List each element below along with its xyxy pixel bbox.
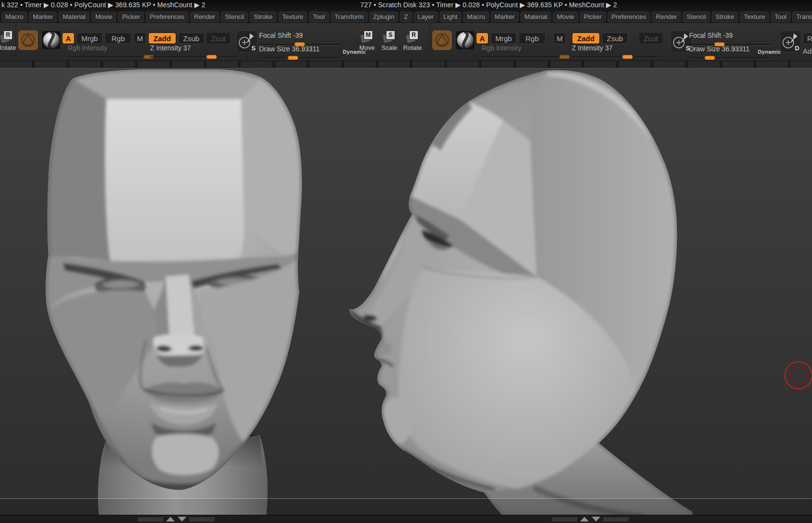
scroll-up-arrow-icon[interactable]: [580, 517, 589, 522]
menu-item-transform-2[interactable]: Transform: [792, 12, 812, 22]
rgb-intensity-track-2[interactable]: [482, 57, 561, 58]
head-sculpt-profile-view[interactable]: [334, 68, 692, 515]
scale-button[interactable]: S Scale: [379, 31, 400, 51]
scroll-track-left[interactable]: [552, 517, 577, 522]
rgb-intensity-slider-label-2: Rgb Intensity: [482, 44, 521, 52]
dynamic-mode-label-2[interactable]: Dynamic: [758, 49, 781, 55]
tray-divider-strip[interactable]: [0, 61, 812, 68]
current-material-button-2[interactable]: [456, 31, 475, 50]
menu-item-stroke-2[interactable]: Stroke: [712, 12, 738, 22]
menu-item-stencil-2[interactable]: Stencil: [683, 12, 710, 22]
clipped-button-re[interactable]: Re: [803, 32, 812, 44]
menu-item-render[interactable]: Render: [190, 12, 219, 22]
rgb-button[interactable]: Rgb: [105, 32, 132, 44]
scroll-track-right[interactable]: [603, 517, 628, 522]
mrgb-button-2[interactable]: Mrgb: [490, 32, 517, 44]
menu-item-texture-2[interactable]: Texture: [740, 12, 769, 22]
menu-item-preferences-2[interactable]: Preferences: [608, 12, 650, 22]
focal-shift-slider-label-2: Focal Shift -39: [689, 31, 733, 39]
z-intensity-handle[interactable]: [206, 55, 217, 59]
top-shelf: R Rotate: [0, 23, 812, 61]
menu-item-stencil[interactable]: Stencil: [221, 12, 248, 22]
rgb-intensity-slider-label: Rgb Intensity: [68, 44, 107, 52]
menu-item-movie[interactable]: Movie: [92, 12, 117, 22]
menu-item-transform[interactable]: Transform: [331, 12, 368, 22]
menu-item-macro-2[interactable]: Macro: [463, 12, 489, 22]
draw-size-slider-label-2: Draw Size 36.93311: [689, 45, 750, 53]
menu-item-texture[interactable]: Texture: [278, 12, 307, 22]
scroll-track-left[interactable]: [138, 517, 163, 522]
menu-item-light[interactable]: Light: [440, 12, 461, 22]
move-button[interactable]: M Move: [356, 31, 378, 51]
focal-shift-slider-label: Focal Shift -39: [259, 31, 303, 39]
sculpt-canvas[interactable]: [0, 68, 812, 515]
zsub-button[interactable]: Zsub: [178, 32, 204, 44]
menu-item-stroke[interactable]: Stroke: [250, 12, 276, 22]
z-intensity-track[interactable]: [150, 57, 236, 58]
menu-item-material-2[interactable]: Material: [521, 12, 551, 22]
rgb-button-2[interactable]: Rgb: [519, 32, 546, 44]
draw-size-slider-label: Draw Size 36.93311: [259, 45, 320, 53]
menu-item-movie-2[interactable]: Movie: [553, 12, 578, 22]
menu-item-macro[interactable]: Macro: [1, 12, 27, 22]
z-intensity-track-2[interactable]: [572, 57, 658, 58]
rotate-icon: R: [0, 31, 13, 43]
status-left: k 322 • Timer ▶ 0.028 • PolyCount ▶ 369.…: [1, 1, 205, 9]
menu-item-marker[interactable]: Marker: [29, 12, 57, 22]
status-mid: 727 • Scratch Disk 323 • Timer ▶ 0.028 •…: [360, 1, 617, 9]
z-intensity-slider-label: Z Intensity 37: [150, 44, 191, 52]
d-badge: D: [795, 45, 799, 52]
clay-brush-icon: [19, 31, 37, 49]
head-sculpt-front-view[interactable]: [24, 68, 315, 515]
stroke-selector-button-3[interactable]: D: [780, 31, 801, 53]
draw-size-track[interactable]: [259, 58, 340, 59]
scroll-down-arrow-icon[interactable]: [592, 517, 600, 522]
zbrush-app: k 322 • Timer ▶ 0.028 • PolyCount ▶ 369.…: [0, 0, 812, 523]
zadd-button-2[interactable]: Zadd: [572, 32, 600, 44]
material-sphere-icon: [456, 31, 475, 49]
rotate-button[interactable]: R Rotate: [402, 31, 423, 51]
m-button-2[interactable]: M: [553, 32, 566, 44]
rotate-button-partial[interactable]: R Rotate: [0, 31, 17, 51]
stroke-selector-button[interactable]: S: [236, 31, 258, 53]
rgb-intensity-handle-2[interactable]: [559, 55, 570, 59]
z-intensity-slider-label-2: Z Intensity 37: [572, 44, 613, 52]
mrgb-button[interactable]: Mrgb: [77, 32, 103, 44]
draw-size-handle-2[interactable]: [705, 56, 715, 60]
menu-item-tool[interactable]: Tool: [309, 12, 328, 22]
z-intensity-handle-2[interactable]: [622, 55, 633, 59]
scroll-down-arrow-icon[interactable]: [178, 517, 186, 522]
menu-item-zplugin[interactable]: Zplugin: [369, 12, 398, 22]
draw-size-track-2[interactable]: [689, 58, 770, 59]
face-planes: [350, 70, 692, 515]
alpha-button-2[interactable]: A: [476, 32, 489, 44]
zcut-button-2[interactable]: Zcut: [639, 32, 663, 44]
menu-item-layer[interactable]: Layer: [414, 12, 438, 22]
menu-item-preferences[interactable]: Preferences: [146, 12, 188, 22]
current-brush-button[interactable]: [18, 31, 38, 50]
menu-item-picker[interactable]: Picker: [118, 12, 144, 22]
stroke-badge: S: [251, 45, 256, 52]
zsub-button-2[interactable]: Zsub: [602, 32, 628, 44]
current-material-button[interactable]: [42, 31, 61, 50]
menu-item-marker-2[interactable]: Marker: [491, 12, 519, 22]
rgb-intensity-track[interactable]: [68, 57, 147, 58]
m-button[interactable]: M: [134, 32, 146, 44]
zcut-button[interactable]: Zcut: [206, 32, 230, 44]
status-bar: k 322 • Timer ▶ 0.028 • PolyCount ▶ 369.…: [0, 0, 812, 11]
clay-brush-icon: [433, 31, 451, 49]
menu-item-zscript-truncated[interactable]: Z: [400, 12, 412, 22]
move-icon: M: [361, 31, 373, 43]
menu-item-picker-2[interactable]: Picker: [580, 12, 606, 22]
menu-item-tool-2[interactable]: Tool: [771, 12, 790, 22]
menu-item-material[interactable]: Material: [59, 12, 89, 22]
scroll-track-right[interactable]: [189, 517, 214, 522]
current-brush-button-2[interactable]: [432, 31, 452, 50]
material-sphere-icon: [42, 31, 61, 49]
shelf-right-window: A Mrgb Rgb M Zadd Zsub Zcut Rgb Intensit…: [431, 24, 812, 61]
zadd-button[interactable]: Zadd: [148, 32, 176, 44]
alpha-button[interactable]: A: [62, 32, 75, 44]
menu-item-render-2[interactable]: Render: [652, 12, 681, 22]
scroll-up-arrow-icon[interactable]: [166, 517, 175, 522]
draw-size-handle[interactable]: [288, 56, 298, 60]
